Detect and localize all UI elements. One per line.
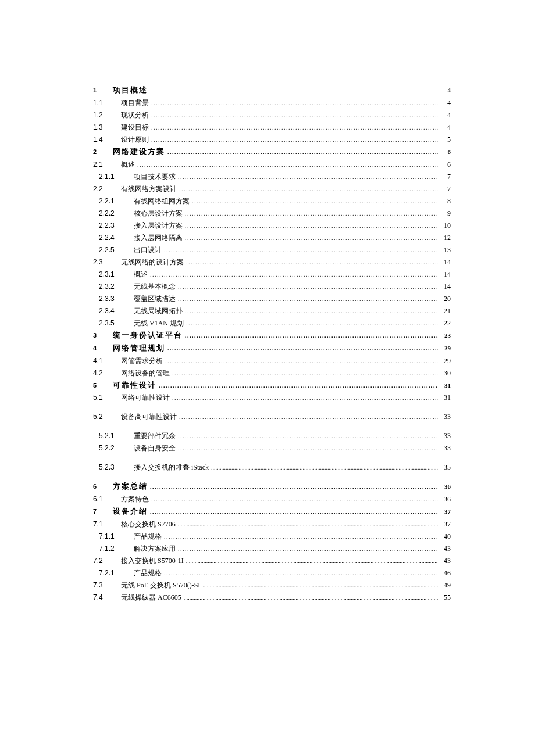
toc-page-number: 43 bbox=[438, 555, 451, 567]
toc-entry: 2.2.2核心层设计方案9 bbox=[93, 207, 451, 220]
toc-entry: 6.1方案特色36 bbox=[93, 493, 451, 506]
toc-leader bbox=[150, 268, 438, 281]
toc-page-number: 14 bbox=[438, 281, 451, 293]
toc-entry: 6方案总结36 bbox=[93, 481, 451, 493]
toc-entry: 7.1.2解决方案应用43 bbox=[93, 543, 451, 555]
toc-title: 覆盖区域描述 bbox=[134, 293, 178, 305]
toc-number: 2.2.2 bbox=[99, 207, 134, 220]
toc-entry: 3统一身份认证平台23 bbox=[93, 329, 451, 342]
toc-leader bbox=[164, 567, 438, 579]
toc-page-number: 9 bbox=[438, 207, 451, 220]
toc-title: 现状分析 bbox=[121, 109, 151, 121]
toc-leader bbox=[172, 367, 438, 379]
toc-leader bbox=[178, 293, 438, 305]
toc-leader bbox=[185, 207, 438, 220]
toc-leader bbox=[185, 220, 438, 232]
toc-entry: 2.3.1概述14 bbox=[93, 268, 451, 281]
toc-number: 1 bbox=[93, 85, 113, 96]
toc-leader bbox=[178, 281, 438, 293]
toc-title: 重要部件冗余 bbox=[134, 430, 178, 442]
toc-number: 4.2 bbox=[93, 367, 121, 379]
toc-page-number: 13 bbox=[438, 244, 451, 256]
toc-number: 1.1 bbox=[93, 97, 121, 109]
toc-page-number: 8 bbox=[438, 195, 451, 207]
toc-entry: 5.2.1重要部件冗余33 bbox=[93, 430, 451, 442]
toc-title: 产品规格 bbox=[134, 531, 164, 543]
toc-number: 2.2.3 bbox=[99, 220, 134, 232]
toc-page-number: 33 bbox=[438, 411, 451, 423]
toc-leader bbox=[151, 121, 438, 134]
toc-leader bbox=[151, 97, 438, 109]
toc-number: 1.3 bbox=[93, 121, 121, 134]
toc-title: 可靠性设计 bbox=[113, 379, 159, 392]
toc-title: 无线局域网拓扑 bbox=[134, 305, 185, 317]
toc-leader bbox=[186, 256, 438, 268]
toc-entry: 2.1概述6 bbox=[93, 159, 451, 171]
toc-title: 网络可靠性设计 bbox=[121, 392, 172, 404]
toc-title: 网络建设方案 bbox=[113, 146, 167, 159]
toc-number: 2.1.1 bbox=[99, 171, 134, 183]
toc-number: 6.1 bbox=[93, 493, 121, 506]
toc-page-number: 21 bbox=[438, 305, 451, 317]
toc-title: 概述 bbox=[134, 268, 150, 281]
toc-page-number: 12 bbox=[438, 232, 451, 244]
toc-page-number: 4 bbox=[438, 85, 451, 96]
toc-leader bbox=[178, 442, 438, 454]
toc-title: 有线网络组网方案 bbox=[134, 195, 192, 207]
toc-page-number: 10 bbox=[438, 220, 451, 232]
toc-number: 2.2 bbox=[93, 183, 121, 195]
toc-number: 6 bbox=[93, 481, 113, 492]
toc-number: 7.3 bbox=[93, 579, 121, 592]
toc-number: 7.4 bbox=[93, 592, 121, 604]
toc-title: 核心层设计方案 bbox=[134, 207, 185, 220]
toc-page-number: 33 bbox=[438, 430, 451, 442]
toc-leader bbox=[167, 146, 438, 157]
toc-page-number: 22 bbox=[438, 317, 451, 329]
toc-page-number: 31 bbox=[438, 392, 451, 404]
toc-title: 无线操纵器 AC6605 bbox=[121, 592, 184, 604]
toc-number: 1.4 bbox=[93, 134, 121, 146]
toc-title: 核心交换机 S7706 bbox=[121, 518, 178, 531]
toc-title: 方案总结 bbox=[113, 481, 150, 493]
toc-page-number: 40 bbox=[438, 531, 451, 543]
toc-title: 无线 PoE 交换机 S570()-SI bbox=[121, 579, 202, 592]
toc-page-number: 35 bbox=[438, 461, 451, 474]
toc-entry: 5.2设备高可靠性设计33 bbox=[93, 411, 451, 423]
toc-leader bbox=[192, 195, 438, 207]
toc-title: 解决方案应用 bbox=[134, 543, 178, 555]
toc-entry: 2.3.4无线局域网拓扑21 bbox=[93, 305, 451, 317]
toc-entry: 7.1.1产品规格40 bbox=[93, 531, 451, 543]
toc-title: 建设目标 bbox=[121, 121, 151, 134]
toc-page-number: 29 bbox=[438, 343, 451, 354]
toc-page-number: 4 bbox=[438, 109, 451, 121]
toc-entry: 2.3.2无线基本概念14 bbox=[93, 281, 451, 293]
toc-title: 无线基本概念 bbox=[134, 281, 178, 293]
toc-leader bbox=[164, 531, 438, 543]
toc-page-number: 36 bbox=[438, 493, 451, 506]
toc-title: 出口设计 bbox=[134, 244, 164, 256]
toc-title: 接入层网络隔离 bbox=[134, 232, 185, 244]
toc-title: 方案特色 bbox=[121, 493, 151, 506]
toc-leader bbox=[202, 579, 438, 592]
toc-entry: 1.3建设目标4 bbox=[93, 121, 451, 134]
toc-entry: 5可靠性设计31 bbox=[93, 379, 451, 392]
toc-title: 设备介绍 bbox=[113, 506, 150, 518]
toc-page-number: 7 bbox=[438, 183, 451, 195]
table-of-contents: 1项目概述41.1项目背景41.2现状分析41.3建设目标41.4设计原则52网… bbox=[93, 84, 451, 604]
toc-number: 1.2 bbox=[93, 109, 121, 121]
toc-number: 2.3.3 bbox=[99, 293, 134, 305]
toc-number: 4.1 bbox=[93, 355, 121, 367]
toc-page-number: 29 bbox=[438, 355, 451, 367]
toc-title: 统一身份认证平台 bbox=[113, 329, 185, 342]
toc-page-number: 4 bbox=[438, 121, 451, 134]
toc-title: 概述 bbox=[121, 159, 137, 171]
toc-leader bbox=[178, 430, 438, 442]
toc-page-number: 23 bbox=[438, 330, 451, 341]
toc-page-number: 36 bbox=[438, 481, 451, 492]
toc-title: 项目概述 bbox=[113, 84, 150, 97]
toc-number: 2.2.4 bbox=[99, 232, 134, 244]
toc-entry: 7.2.1产品规格46 bbox=[93, 567, 451, 579]
toc-leader bbox=[186, 555, 438, 567]
toc-entry: 2.2.5出口设计13 bbox=[93, 244, 451, 256]
toc-number: 5.1 bbox=[93, 392, 121, 404]
